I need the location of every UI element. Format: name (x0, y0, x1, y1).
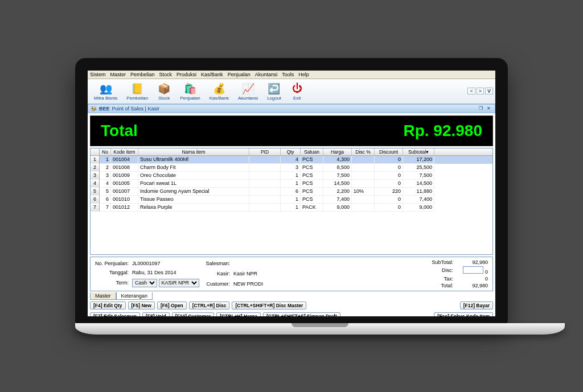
total-value: 92,980 (457, 283, 488, 288)
menu-master[interactable]: Master (110, 72, 126, 77)
close-icon[interactable]: ✕ (487, 106, 492, 112)
table-row[interactable]: 55001007Indomie Goreng Ayam Special6PCS2… (91, 188, 492, 196)
table-row[interactable]: 77001012Relaxa Purple1PACK9,00009,000 (91, 204, 492, 212)
toolbar: 👥Mitra Bisnis 📒Pembelian 📦Stock 🛍️Penjua… (88, 79, 495, 104)
maximize-icon[interactable]: ❐ (479, 106, 485, 112)
ctrl-r-disc-button[interactable]: [CTRL+R] Disc (189, 302, 230, 310)
f12-bayar-button[interactable]: [F12] Bayar (460, 302, 493, 310)
ctrl-shift-s-simpan-button[interactable]: [CTRL+SHIFT+S] Simpan Draft (263, 312, 340, 316)
shopping-icon: 🛍️ (183, 82, 197, 96)
toolbar-akuntansi[interactable]: 📈Akuntansi (234, 80, 262, 102)
panel-title-bar: 🐝 BEE Point of Sales | Kasir ❐ ✕ (88, 104, 495, 113)
menu-sistem[interactable]: Sistem (90, 72, 106, 77)
tax-value: 0 (457, 276, 488, 282)
display-label: Total (101, 122, 138, 140)
chart-icon: 📈 (241, 82, 255, 96)
table-row[interactable]: 33001009Oreo Chocolate1PCS7,50007,500 (91, 172, 492, 180)
f10-customer-button[interactable]: [F10] Customer (172, 312, 214, 316)
term-select[interactable]: Cash (132, 279, 157, 287)
toolbar-penjualan[interactable]: 🛍️Penjualan (176, 80, 204, 102)
power-icon: ⏻ (290, 82, 304, 96)
salesman-label: Salesman: (206, 261, 231, 266)
items-grid[interactable]: No Kode item Nama item PID Qty Satuan Ha… (90, 148, 493, 255)
menu-stock[interactable]: Stock (159, 72, 173, 77)
people-icon: 👥 (99, 82, 113, 96)
kasir-label: Kasir: (206, 271, 231, 277)
menu-akuntansi[interactable]: Akuntansi (255, 72, 278, 77)
tab-master[interactable]: Master (90, 292, 116, 300)
info-tabs: Master Keterangan (90, 292, 493, 300)
menu-produksi[interactable]: Produksi (176, 72, 196, 77)
f4-edit-qty-button[interactable]: [F4] Edit Qty (90, 302, 126, 310)
panel-title-text: Point of Sales | Kasir (112, 106, 159, 112)
menu-pembelian[interactable]: Pembelian (130, 72, 155, 77)
toolbar-kasbank[interactable]: 💰Kas/Bank (206, 80, 233, 102)
tax-label: Tax: (432, 276, 453, 282)
tab-keterangan[interactable]: Keterangan (116, 292, 153, 300)
total-label: Total: (432, 283, 453, 288)
f8-void-button[interactable]: [F8] Void (142, 312, 170, 316)
ledger-icon: 📒 (130, 82, 144, 96)
toolbar-pembelian[interactable]: 📒Pembelian (122, 80, 152, 102)
disc-value: 0 (485, 269, 488, 275)
table-row[interactable]: 22001008Charm Body Fit3PCS8,500025,500 (91, 164, 492, 172)
money-icon: 💰 (212, 82, 226, 96)
subtotal-value: 92,980 (457, 259, 488, 265)
nav-next-button[interactable]: > (477, 88, 484, 94)
no-penjualan-label: No. Penjualan: (95, 261, 129, 266)
toolbar-stock[interactable]: 📦Stock (153, 80, 175, 102)
term-label: Term: (95, 280, 129, 286)
table-row[interactable]: 44001005Pocari sweat 1L1PCS14,500014,500 (91, 180, 492, 188)
menu-penjualan[interactable]: Penjualan (228, 72, 251, 77)
menu-kasbank[interactable]: Kas/Bank (201, 72, 223, 77)
f7-edit-salesman-button[interactable]: [F7] Edit Salesman (90, 312, 140, 316)
bee-icon: 🐝 (91, 106, 97, 112)
f5-new-button[interactable]: [F5] New (128, 302, 155, 310)
nav-v-button[interactable]: V (485, 88, 493, 94)
tanggal-value: Rabu, 31 Des 2014 (132, 270, 199, 275)
kasir-value: Kasir NPR (233, 271, 263, 277)
disc-input[interactable] (463, 266, 483, 274)
ctrl-shift-r-disc-master-button[interactable]: [CTRL+SHIFT+R] Disc Master (232, 302, 306, 310)
menu-bar: Sistem Master Pembelian Stock Produksi K… (88, 71, 495, 79)
esc-fokus-kode-button[interactable]: [Esc] Fokus Kode Item (434, 312, 493, 316)
customer-label: Customer: (206, 281, 231, 287)
toolbar-logout[interactable]: ↩️Logout (263, 80, 285, 102)
app-window: Sistem Master Pembelian Stock Produksi K… (88, 71, 495, 316)
disc-label: Disc: (432, 267, 453, 273)
ctrl-h-harga-button[interactable]: [CTRL+H] Harga (216, 312, 261, 316)
fn-bar-1: [F4] Edit Qty [F5] New [F6] Open [CTRL+R… (90, 302, 493, 311)
customer-value: NEW PRODI (233, 281, 263, 287)
kasir-select[interactable]: KASIR NPR (159, 279, 199, 287)
toolbar-exit[interactable]: ⏻Exit (286, 80, 308, 102)
info-panel: No. Penjualan: JL00001097 Tanggal: Rabu,… (90, 257, 493, 291)
display-value: Rp. 92.980 (403, 122, 482, 140)
subtotal-label: SubTotal: (432, 259, 453, 265)
table-row[interactable]: 66001010Tissue Passeo1PCS7,40007,400 (91, 196, 492, 204)
box-icon: 📦 (157, 82, 171, 96)
nav-prev-button[interactable]: < (467, 88, 475, 94)
no-penjualan-value: JL00001097 (132, 261, 199, 266)
toolbar-mitra-bisnis[interactable]: 👥Mitra Bisnis (90, 80, 121, 102)
tanggal-label: Tanggal: (95, 270, 129, 275)
logout-icon: ↩️ (267, 82, 281, 96)
grid-header: No Kode item Nama item PID Qty Satuan Ha… (91, 148, 492, 156)
menu-tools[interactable]: Tools (282, 72, 294, 77)
total-display: Total Rp. 92.980 (90, 115, 493, 146)
f6-open-button[interactable]: [F6] Open (157, 302, 187, 310)
table-row[interactable]: 11001004Susu Ultramilk 400Ml4PCS4,300017… (91, 156, 492, 164)
menu-help[interactable]: Help (298, 72, 309, 77)
fn-bar-2: [F7] Edit Salesman [F8] Void [F10] Custo… (90, 312, 493, 316)
